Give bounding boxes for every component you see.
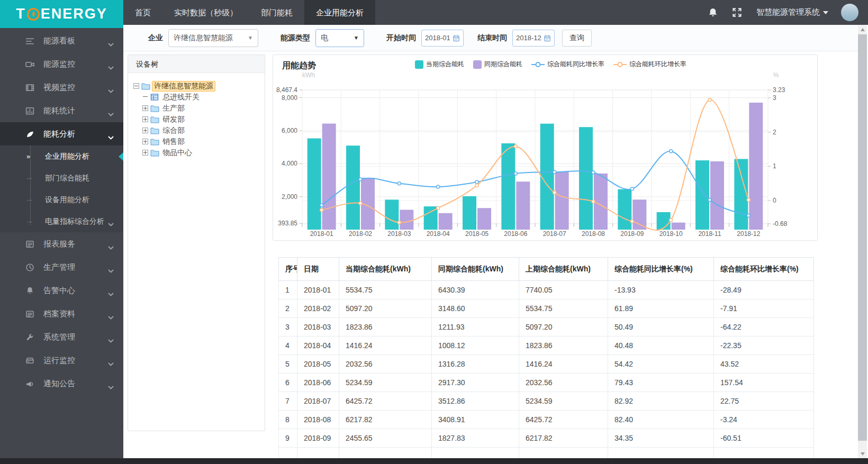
table-cell: 6425.72	[519, 411, 608, 429]
tree-toggle-minus-icon[interactable]	[133, 83, 139, 89]
tree-node-label: 生产部	[161, 104, 186, 113]
sidebar-item[interactable]: 报表服务	[0, 232, 123, 256]
legend-item[interactable]: 当期综合能耗	[415, 60, 464, 69]
legend-item[interactable]: 综合能耗环比增长率	[613, 60, 686, 69]
table-row: 52018-052032.561316.281416.2454.4243.52	[279, 355, 814, 374]
top-nav-item[interactable]: 部门能耗	[249, 0, 304, 25]
bell-icon[interactable]	[708, 7, 718, 18]
top-nav-item[interactable]: 企业用能分析	[304, 0, 375, 25]
chevron-down-icon: ▼	[354, 35, 359, 41]
table-cell	[608, 448, 714, 459]
end-time-label: 结束时间	[477, 33, 507, 43]
table-cell: 3512.86	[432, 392, 519, 411]
tree-node[interactable]: 总进线开关	[132, 92, 260, 103]
tree-toggle-plus-icon[interactable]	[142, 128, 148, 133]
end-time-input[interactable]: 2018-12	[512, 30, 555, 47]
table-cell: 2018-04	[297, 336, 339, 355]
table-cell: 3	[279, 318, 297, 336]
sidebar-item[interactable]: 通知公告	[0, 372, 123, 395]
scrollbar-up-arrow[interactable]	[858, 25, 867, 34]
avatar[interactable]	[841, 4, 858, 21]
table-cell: 22.75	[714, 392, 814, 411]
main-content: 企业 许继信息智慧能源 ▼ 能源类型 电 ▼ 开始时间 2018-01 结束时间…	[123, 25, 857, 458]
legend-bar-marker	[473, 60, 482, 69]
sidebar-item[interactable]: 视频监控	[0, 76, 123, 99]
start-time-input[interactable]: 2018-01	[421, 30, 464, 47]
sidebar-item[interactable]: 能源监控	[0, 52, 123, 76]
sidebar-subitem[interactable]: ···设备用能分析	[0, 189, 123, 211]
tree-node-label: 销售部	[161, 137, 186, 147]
table-cell: 5534.75	[339, 281, 432, 299]
svg-text:8,000: 8,000	[282, 94, 297, 102]
bar-当期综合能耗	[540, 124, 554, 230]
sidebar-item[interactable]: 能耗分析	[0, 122, 123, 145]
sidebar-item[interactable]: 系统管理	[0, 325, 123, 349]
table-cell: 2032.56	[519, 374, 608, 392]
energy-table-wrap: 序号日期当期综合能耗(kWh)同期综合能耗(kWh)上期综合能耗(kWh)综合能…	[278, 257, 814, 458]
logo-prefix: T	[16, 6, 26, 22]
tree-node[interactable]: 研发部	[132, 114, 260, 125]
bar-当期综合能耗	[501, 143, 515, 230]
company-select[interactable]: 许继信息智慧能源 ▼	[168, 29, 258, 47]
table-cell: 1008.12	[432, 336, 519, 355]
tree-node[interactable]: 销售部	[132, 136, 260, 147]
table-cell: 1823.86	[519, 336, 608, 355]
sidebar-item-label: 能源监控	[43, 59, 75, 69]
sidebar-subitem[interactable]: ···电量指标综合分析	[0, 211, 123, 232]
bar-同期综合能耗	[632, 199, 646, 230]
tree-node[interactable]: 物品中心	[132, 147, 260, 158]
tree-toggle-plus-icon[interactable]	[142, 105, 148, 111]
fullscreen-icon[interactable]	[732, 7, 743, 18]
folder-icon	[150, 126, 159, 134]
table-cell: 157.54	[714, 374, 814, 392]
scrollbar-down-arrow[interactable]	[858, 450, 867, 458]
svg-text:6,000: 6,000	[282, 127, 297, 134]
scrollbar-thumb[interactable]	[858, 34, 867, 441]
svg-text:2018-04: 2018-04	[427, 230, 450, 238]
tree-node-label: 物品中心	[161, 148, 194, 158]
legend-item[interactable]: 同期综合能耗	[473, 60, 522, 69]
legend-item[interactable]: 综合能耗同比增长率	[531, 60, 604, 69]
tree-toggle-none-icon	[142, 94, 148, 100]
system-name-dropdown[interactable]: 智慧能源管理系统	[756, 7, 828, 17]
active-marker-icon: »	[26, 152, 30, 160]
table-cell: 1	[279, 281, 297, 299]
folder-icon	[150, 138, 159, 145]
folder-icon	[150, 149, 159, 157]
chevron-down-icon	[108, 362, 114, 366]
sidebar-item[interactable]: 告警中心	[0, 279, 123, 302]
top-nav-item[interactable]: 首页	[123, 0, 162, 25]
sidebar-item[interactable]: 档案资料	[0, 302, 123, 325]
sidebar-item[interactable]: 生产管理	[0, 256, 123, 279]
query-button[interactable]: 查询	[562, 30, 592, 47]
bar-同期综合能耗	[594, 174, 608, 230]
table-cell: 1211.93	[432, 318, 519, 336]
tree-node[interactable]: 许继信息智慧能源	[132, 80, 260, 92]
table-cell: 8	[279, 411, 297, 429]
folder-icon	[150, 115, 159, 123]
tree-toggle-plus-icon[interactable]	[142, 116, 148, 122]
chevron-down-icon	[108, 293, 114, 296]
sidebar-item-label: 生产管理	[43, 262, 75, 272]
top-nav-item[interactable]: 实时数据（秒级）	[162, 0, 249, 25]
chevron-down-icon	[108, 386, 114, 389]
table-cell: 7	[279, 392, 297, 411]
vertical-scrollbar	[858, 25, 867, 458]
sidebar-item[interactable]: 能耗统计	[0, 99, 123, 122]
sidebar-subitem-label: 企业用能分析	[45, 152, 89, 161]
tree-node[interactable]: 综合部	[132, 125, 260, 136]
tree-toggle-plus-icon[interactable]	[142, 139, 148, 144]
tree-toggle-plus-icon[interactable]	[142, 150, 148, 156]
energy-type-select[interactable]: 电 ▼	[315, 29, 364, 47]
svg-text:2018-07: 2018-07	[543, 230, 566, 238]
sidebar-subitem[interactable]: ···部门综合能耗	[0, 167, 123, 189]
tree-node[interactable]: 生产部	[132, 103, 260, 114]
table-cell: 5	[279, 355, 297, 374]
chevron-down-icon	[108, 246, 114, 250]
table-cell	[519, 448, 608, 459]
table-row: 82018-086217.823408.916425.7282.40-3.24	[279, 411, 814, 429]
table-cell: -64.22	[714, 318, 814, 336]
sidebar-item[interactable]: 运行监控	[0, 349, 123, 372]
sidebar-item[interactable]: 能源看板	[0, 29, 123, 52]
sidebar-subitem[interactable]: »企业用能分析	[0, 145, 123, 167]
